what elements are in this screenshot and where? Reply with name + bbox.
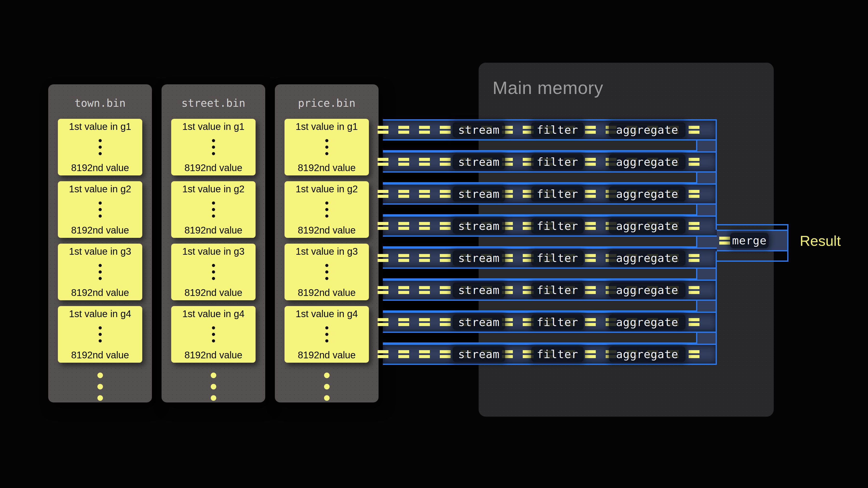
merge-box: merge (730, 233, 769, 248)
data-chunk-icon (440, 254, 451, 262)
dot-icon (99, 270, 102, 273)
first-value-label: 1st value in g2 (182, 184, 245, 194)
stage-box-filter: filter (531, 347, 584, 362)
dot-icon (325, 333, 329, 336)
last-value-label: 8192nd value (298, 162, 355, 173)
dot-icon (212, 339, 215, 343)
dot-icon (212, 270, 215, 273)
stage-box-filter: filter (531, 186, 584, 202)
stage-label: stream (458, 252, 500, 265)
value-block: 1st value in g48192nd value (284, 306, 369, 363)
value-block: 1st value in g48192nd value (171, 306, 255, 363)
last-value-label: 8192nd value (71, 350, 129, 360)
stage-label: stream (458, 220, 500, 233)
stage-box-stream: stream (453, 154, 505, 170)
stage-label: stream (458, 284, 500, 297)
more-groups-dots-icon (48, 370, 152, 404)
stage-label: filter (537, 156, 578, 168)
first-value-label: 1st value in g4 (182, 308, 245, 319)
first-value-label: 1st value in g4 (296, 308, 358, 319)
data-chunk-icon (440, 190, 451, 198)
last-value-label: 8192nd value (184, 162, 242, 173)
data-chunk-icon (419, 126, 430, 134)
value-block: 1st value in g48192nd value (58, 306, 142, 363)
dot-icon (325, 277, 329, 280)
value-block: 1st value in g28192nd value (58, 181, 142, 238)
stage-box-aggregate: aggregate (609, 283, 685, 298)
pipeline-lane: streamfilteraggregate (383, 344, 717, 365)
data-chunk-icon (440, 318, 451, 326)
first-value-label: 1st value in g1 (182, 121, 245, 132)
ellipsis-dots-icon (325, 200, 329, 219)
file-name: street.bin (161, 97, 265, 109)
dot-icon (97, 395, 103, 401)
stage-box-aggregate: aggregate (609, 250, 685, 266)
data-chunk-icon (585, 318, 596, 326)
value-block: 1st value in g38192nd value (58, 243, 142, 300)
lane-separator-notch (383, 171, 697, 184)
value-block: 1st value in g38192nd value (284, 243, 369, 300)
data-chunk-icon (398, 158, 409, 166)
more-groups-dots-icon (161, 370, 265, 404)
ellipsis-dots-icon (325, 325, 329, 344)
data-chunk-icon (585, 286, 596, 294)
value-block: 1st value in g28192nd value (171, 181, 255, 238)
dot-icon (99, 201, 102, 205)
dot-icon (211, 372, 216, 378)
stage-label: aggregate (616, 252, 678, 265)
stage-box-aggregate: aggregate (609, 218, 685, 234)
data-chunk-icon (585, 126, 596, 134)
lane-separator-notch (383, 267, 697, 280)
stage-label: filter (537, 123, 578, 136)
stage-box-filter: filter (531, 122, 584, 138)
value-block: 1st value in g18192nd value (171, 119, 255, 175)
stage-box-aggregate: aggregate (609, 122, 685, 138)
stage-label: filter (537, 252, 578, 265)
ellipsis-dots-icon (212, 200, 215, 219)
dot-icon (97, 384, 103, 389)
data-chunk-icon (398, 222, 409, 230)
data-chunk-icon (378, 126, 389, 134)
dot-icon (99, 215, 102, 218)
data-chunk-icon (378, 158, 389, 166)
value-block: 1st value in g38192nd value (171, 243, 255, 300)
file-card: town.bin1st value in g18192nd value1st v… (48, 84, 152, 402)
pipeline-right-border (716, 119, 717, 230)
dot-icon (99, 264, 102, 267)
pipeline-lane: streamfilteraggregate (383, 119, 717, 140)
stage-label: aggregate (616, 123, 678, 136)
pipeline-lane: streamfilteraggregate (383, 184, 717, 205)
main-memory-title: Main memory (493, 77, 603, 98)
dot-icon (212, 326, 215, 329)
data-chunk-icon (378, 190, 389, 198)
dot-icon (324, 372, 330, 378)
dot-icon (99, 145, 102, 149)
data-chunk-icon (378, 318, 389, 326)
result-label: Result (800, 233, 841, 249)
stage-label: stream (458, 348, 500, 361)
dot-icon (325, 339, 329, 343)
stage-label: filter (537, 220, 578, 233)
data-chunk-icon (378, 286, 389, 294)
data-chunk-icon (719, 237, 730, 245)
data-chunk-icon (689, 190, 700, 198)
data-chunk-icon (585, 254, 596, 262)
first-value-label: 1st value in g1 (69, 121, 131, 132)
stage-label: aggregate (616, 348, 678, 361)
stage-box-stream: stream (453, 315, 505, 330)
data-chunk-icon (398, 286, 409, 294)
last-value-label: 8192nd value (71, 162, 129, 173)
pipeline-lane: streamfilteraggregate (383, 151, 717, 172)
stage-box-filter: filter (531, 315, 584, 330)
merge-label: merge (732, 234, 767, 247)
data-chunk-icon (398, 350, 409, 358)
stage-box-aggregate: aggregate (609, 186, 685, 202)
dot-icon (212, 277, 215, 280)
data-chunk-icon (585, 222, 596, 230)
data-chunk-icon (419, 158, 430, 166)
data-chunk-icon (585, 350, 596, 358)
data-chunk-icon (398, 318, 409, 326)
data-chunk-icon (440, 286, 451, 294)
stage-label: aggregate (616, 316, 678, 329)
dot-icon (212, 215, 215, 218)
